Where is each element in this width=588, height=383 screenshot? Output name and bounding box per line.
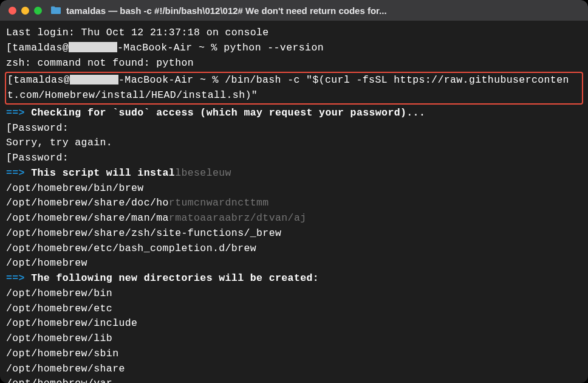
- terminal-line: /opt/homebrew/lib: [6, 331, 582, 347]
- terminal-line: [tamaldas@ -MacBook-Air ~ % python --ver…: [6, 41, 582, 56]
- arrow-indicator: ==>: [6, 167, 25, 179]
- terminal-line: /opt/homebrew/etc/bash_completion.d/brew: [6, 241, 582, 257]
- folder-icon: [50, 6, 61, 15]
- terminal-line: ==> This script will installbeseleuw: [6, 166, 582, 181]
- terminal-line: /opt/homebrew/var: [6, 376, 582, 383]
- terminal-line: /opt/homebrew/share/man/marmatoaaraabrz/…: [6, 211, 582, 226]
- terminal-line: [Password:: [6, 121, 582, 136]
- terminal-line: [tamaldas@ -MacBook-Air ~ % /bin/bash -c…: [7, 73, 581, 103]
- redacted-hostname: [69, 42, 117, 52]
- terminal-line: [Password:: [6, 151, 582, 166]
- terminal-line: Sorry, try again.: [6, 136, 582, 151]
- terminal-line: /opt/homebrew/bin: [6, 286, 582, 302]
- terminal-line: /opt/homebrew/share/doc/hortumcnwardnctt…: [6, 196, 582, 211]
- terminal-line: /opt/homebrew/include: [6, 316, 582, 331]
- terminal-line: zsh: command not found: python: [6, 56, 582, 71]
- window-title: tamaldas — bash -c #!/bin/bash\012\012# …: [66, 5, 387, 16]
- highlighted-command: [tamaldas@ -MacBook-Air ~ % /bin/bash -c…: [5, 72, 583, 105]
- terminal-line: ==> Checking for `sudo` access (which ma…: [6, 106, 582, 121]
- minimize-button[interactable]: [21, 7, 29, 15]
- garbled-text: rtumcnwardncttmm: [169, 197, 269, 209]
- terminal-content[interactable]: Last login: Thu Oct 12 21:37:18 on conso…: [0, 21, 588, 383]
- arrow-indicator: ==>: [6, 107, 25, 119]
- terminal-line: /opt/homebrew/bin/brew: [6, 181, 582, 196]
- terminal-line: /opt/homebrew/share: [6, 362, 582, 377]
- traffic-lights: [9, 7, 42, 15]
- title-bar: tamaldas — bash -c #!/bin/bash\012\012# …: [0, 0, 588, 21]
- terminal-line: ==> The following new directories will b…: [6, 271, 582, 286]
- arrow-indicator: ==>: [6, 272, 25, 284]
- close-button[interactable]: [9, 7, 16, 15]
- terminal-line: /opt/homebrew: [6, 256, 582, 271]
- terminal-line: /opt/homebrew/sbin: [6, 347, 582, 362]
- redacted-hostname: [70, 75, 118, 85]
- garbled-text: rmatoaaraabrz/dtvan/aj: [169, 212, 307, 224]
- terminal-line: /opt/homebrew/etc: [6, 302, 582, 317]
- garbled-text: lbeseleuw: [175, 167, 231, 179]
- maximize-button[interactable]: [34, 7, 42, 15]
- terminal-line: /opt/homebrew/share/zsh/site-functions/_…: [6, 226, 582, 241]
- terminal-line: Last login: Thu Oct 12 21:37:18 on conso…: [6, 26, 582, 41]
